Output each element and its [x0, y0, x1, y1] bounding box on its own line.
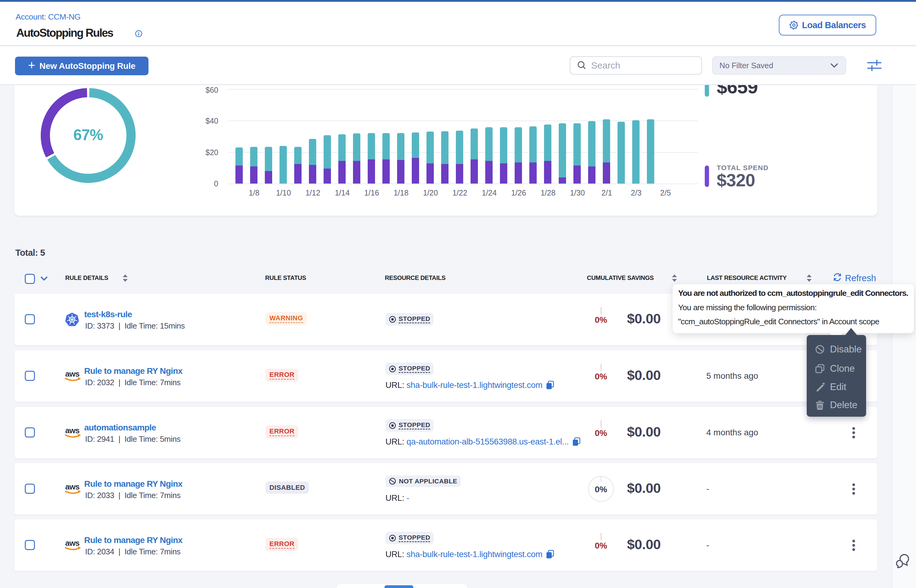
svg-text:aws: aws: [65, 426, 79, 435]
svg-text:aws: aws: [65, 483, 79, 491]
svg-text:aws: aws: [65, 370, 79, 378]
svg-text:aws: aws: [65, 539, 79, 548]
